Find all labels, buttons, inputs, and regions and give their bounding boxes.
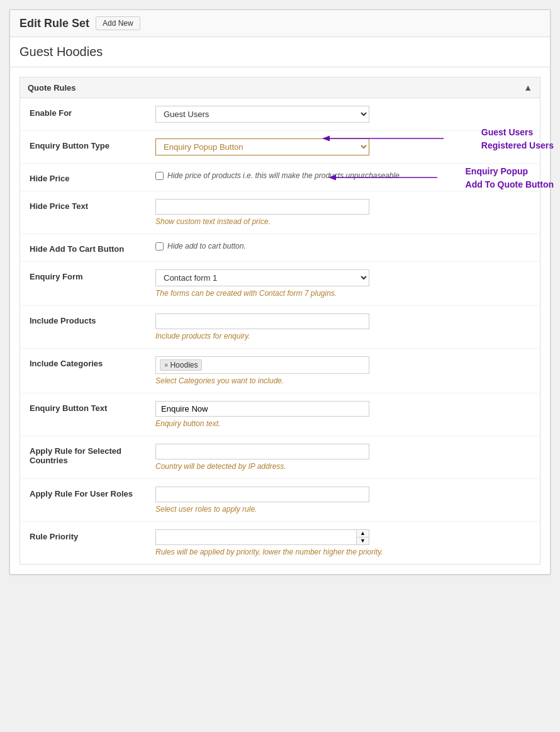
hide-price-text-label: Hide Price Text xyxy=(30,199,155,211)
hide-price-content: Hide price of products i.e. this will ma… xyxy=(155,171,530,180)
include-products-input[interactable] xyxy=(155,313,369,329)
apply-rule-user-roles-label: Apply Rule For User Roles xyxy=(30,487,155,498)
enable-for-row: Enable For Guest Users Registered Users xyxy=(20,98,540,131)
include-products-content: Include products for enquiry. xyxy=(155,313,530,341)
apply-rule-user-roles-content: Select user roles to apply rule. xyxy=(155,487,530,514)
apply-rule-countries-input[interactable] xyxy=(155,444,369,459)
collapse-arrow-icon[interactable]: ▲ xyxy=(524,82,532,93)
enquiry-form-hint: The forms can be created with Contact fo… xyxy=(155,289,530,298)
hide-price-hint: Hide price of products i.e. this will ma… xyxy=(167,171,401,180)
enable-for-select[interactable]: Guest Users Registered Users xyxy=(155,106,369,123)
priority-up-button[interactable]: ▲ xyxy=(357,530,369,538)
enquiry-form-label: Enquiry Form xyxy=(30,269,155,281)
page-title: Edit Rule Set xyxy=(20,17,89,30)
apply-rule-countries-content: Country will be detected by IP address. xyxy=(155,444,530,471)
enquiry-button-type-select[interactable]: Enquiry Popup Button Add To Quote Button xyxy=(155,138,369,155)
rule-priority-label: Rule Priority xyxy=(30,529,155,541)
rule-priority-input[interactable] xyxy=(155,529,357,545)
hide-add-to-cart-hint: Hide add to cart button. xyxy=(167,242,246,251)
apply-rule-countries-hint: Country will be detected by IP address. xyxy=(155,462,530,471)
section-title: Quote Rules xyxy=(28,83,76,93)
hide-price-checkbox[interactable] xyxy=(155,172,164,180)
rule-priority-row: Rule Priority ▲ ▼ Rules will be applied … xyxy=(20,522,540,564)
add-new-button[interactable]: Add New xyxy=(96,16,140,30)
section-header: Quote Rules ▲ xyxy=(20,77,540,98)
contact-form-7-link[interactable]: Contact form 7 xyxy=(259,289,309,298)
include-categories-hint: Select Categories you want to include. xyxy=(155,376,530,385)
include-categories-content: × Hoodies Select Categories you want to … xyxy=(155,356,530,385)
rule-priority-hint: Rules will be applied by priority, lower… xyxy=(155,548,530,556)
enquiry-form-row: Enquiry Form Contact form 1 Contact form… xyxy=(20,262,540,306)
hide-add-to-cart-checkbox[interactable] xyxy=(155,242,164,251)
enquiry-button-type-label: Enquiry Button Type xyxy=(30,138,155,150)
enquiry-button-text-label: Enquiry Button Text xyxy=(30,401,155,413)
rule-title: Guest Hoodies xyxy=(20,45,103,59)
hide-add-to-cart-content: Hide add to cart button. xyxy=(155,242,530,251)
hide-add-to-cart-label: Hide Add To Cart Button xyxy=(30,242,155,254)
hide-add-to-cart-row: Hide Add To Cart Button Hide add to cart… xyxy=(20,234,540,262)
include-products-label: Include Products xyxy=(30,313,155,325)
page-header: Edit Rule Set Add New xyxy=(10,10,550,37)
apply-rule-countries-row: Apply Rule for Selected Countries Countr… xyxy=(20,436,540,479)
apply-rule-user-roles-row: Apply Rule For User Roles Select user ro… xyxy=(20,479,540,522)
priority-down-button[interactable]: ▼ xyxy=(357,538,369,544)
hoodies-tag: × Hoodies xyxy=(160,359,202,371)
apply-rule-user-roles-input[interactable] xyxy=(155,487,369,502)
enquiry-form-content: Contact form 1 Contact form 2 The forms … xyxy=(155,269,530,298)
include-products-row: Include Products Include products for en… xyxy=(20,306,540,349)
hide-price-text-row: Hide Price Text Show custom text instead… xyxy=(20,191,540,234)
hide-price-row: Hide Price Hide price of products i.e. t… xyxy=(20,164,540,191)
enquiry-button-text-row: Enquiry Button Text Enquiry button text. xyxy=(20,393,540,436)
hide-price-label: Hide Price xyxy=(30,171,155,183)
enquiry-button-type-content: Enquiry Popup Button Add To Quote Button xyxy=(155,138,530,155)
enquiry-form-select[interactable]: Contact form 1 Contact form 2 xyxy=(155,269,369,286)
apply-rule-user-roles-hint: Select user roles to apply rule. xyxy=(155,505,530,514)
hoodies-tag-remove[interactable]: × xyxy=(164,361,168,369)
hide-price-text-input[interactable] xyxy=(155,199,369,215)
enquiry-button-type-row: Enquiry Button Type Enquiry Popup Button… xyxy=(20,131,540,164)
rule-title-bar: Guest Hoodies xyxy=(10,37,550,67)
enquiry-button-text-hint: Enquiry button text. xyxy=(155,419,530,428)
hide-price-text-hint: Show custom text instead of price. xyxy=(155,217,530,226)
hide-price-text-content: Show custom text instead of price. xyxy=(155,199,530,226)
rule-priority-spinners: ▲ ▼ xyxy=(357,529,369,545)
include-categories-row: Include Categories × Hoodies Select Cate… xyxy=(20,349,540,393)
include-products-hint: Include products for enquiry. xyxy=(155,332,530,341)
enquiry-button-text-content: Enquiry button text. xyxy=(155,401,530,428)
include-categories-label: Include Categories xyxy=(30,356,155,368)
enable-for-content: Guest Users Registered Users xyxy=(155,106,530,123)
hoodies-tag-label: Hoodies xyxy=(170,361,198,369)
enquiry-button-text-input[interactable] xyxy=(155,401,369,417)
enable-for-label: Enable For xyxy=(30,106,155,118)
quote-rules-panel: Quote Rules ▲ Enable For Guest Users Reg… xyxy=(20,77,540,565)
apply-rule-countries-label: Apply Rule for Selected Countries xyxy=(30,444,155,465)
rule-priority-content: ▲ ▼ Rules will be applied by priority, l… xyxy=(155,529,530,556)
include-categories-tag-input[interactable]: × Hoodies xyxy=(155,356,369,374)
